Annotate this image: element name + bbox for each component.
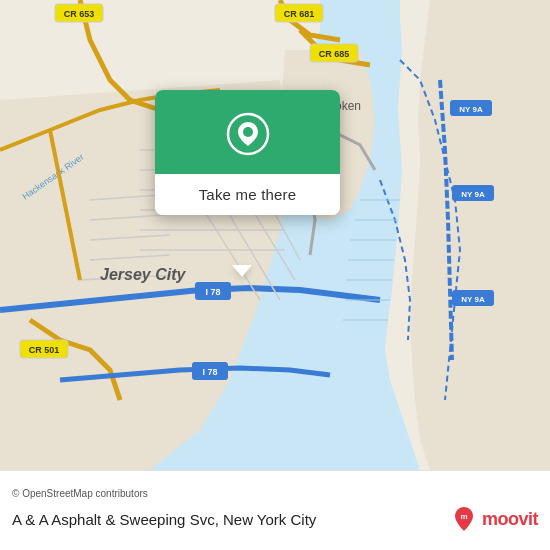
osm-attribution: © OpenStreetMap contributors: [12, 488, 538, 499]
moovit-icon: m: [450, 505, 478, 533]
svg-marker-4: [410, 0, 550, 470]
bottom-info-row: A & A Asphalt & Sweeping Svc, New York C…: [12, 505, 538, 533]
svg-text:Jersey City: Jersey City: [100, 266, 186, 283]
app-container: I 78 CR 501 NY 9A NY 9A NY 9A Hackensack…: [0, 0, 550, 550]
svg-text:m: m: [460, 512, 467, 521]
take-me-there-button[interactable]: Take me there: [155, 174, 340, 215]
svg-text:I 78: I 78: [202, 367, 217, 377]
svg-text:NY 9A: NY 9A: [459, 105, 483, 114]
svg-text:CR 501: CR 501: [29, 345, 60, 355]
moovit-brand-text: moovit: [482, 509, 538, 530]
svg-text:CR 685: CR 685: [319, 49, 350, 59]
popup-icon-area: [155, 90, 340, 174]
svg-text:CR 653: CR 653: [64, 9, 95, 19]
location-label: A & A Asphalt & Sweeping Svc, New York C…: [12, 511, 316, 528]
map-area: I 78 CR 501 NY 9A NY 9A NY 9A Hackensack…: [0, 0, 550, 470]
moovit-logo: m moovit: [450, 505, 538, 533]
bottom-bar: © OpenStreetMap contributors A & A Aspha…: [0, 470, 550, 550]
svg-text:CR 681: CR 681: [284, 9, 315, 19]
svg-point-28: [243, 127, 253, 137]
svg-text:NY 9A: NY 9A: [461, 295, 485, 304]
map-popup: Take me there: [155, 90, 340, 215]
svg-text:NY 9A: NY 9A: [461, 190, 485, 199]
location-pin-icon: [226, 112, 270, 156]
popup-triangle: [232, 265, 252, 277]
svg-text:I 78: I 78: [205, 287, 220, 297]
